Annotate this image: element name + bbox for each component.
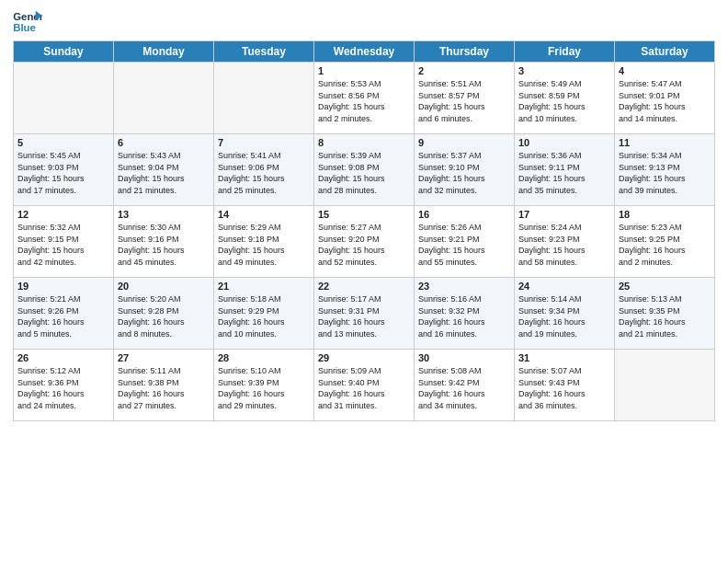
day-number: 24 [518, 281, 610, 292]
day-info: Sunrise: 5:36 AM Sunset: 9:11 PM Dayligh… [518, 150, 610, 196]
day-info: Sunrise: 5:39 AM Sunset: 9:08 PM Dayligh… [318, 150, 410, 196]
weekday-header-saturday: Saturday [615, 41, 715, 63]
day-info: Sunrise: 5:17 AM Sunset: 9:31 PM Dayligh… [318, 293, 410, 339]
day-info: Sunrise: 5:34 AM Sunset: 9:13 PM Dayligh… [619, 150, 711, 196]
day-info: Sunrise: 5:18 AM Sunset: 9:29 PM Dayligh… [218, 293, 310, 339]
calendar-cell: 22Sunrise: 5:17 AM Sunset: 9:31 PM Dayli… [314, 278, 415, 350]
day-info: Sunrise: 5:53 AM Sunset: 8:56 PM Dayligh… [318, 78, 410, 124]
week-row-1: 1Sunrise: 5:53 AM Sunset: 8:56 PM Daylig… [14, 63, 715, 134]
calendar-cell: 28Sunrise: 5:10 AM Sunset: 9:39 PM Dayli… [214, 350, 314, 421]
day-number: 30 [418, 352, 510, 363]
calendar-cell: 10Sunrise: 5:36 AM Sunset: 9:11 PM Dayli… [515, 134, 615, 206]
day-info: Sunrise: 5:51 AM Sunset: 8:57 PM Dayligh… [418, 78, 510, 124]
day-number: 15 [318, 209, 410, 220]
day-info: Sunrise: 5:16 AM Sunset: 9:32 PM Dayligh… [418, 293, 510, 339]
day-number: 31 [518, 352, 610, 363]
day-number: 25 [619, 281, 711, 292]
day-info: Sunrise: 5:10 AM Sunset: 9:39 PM Dayligh… [218, 365, 310, 411]
day-info: Sunrise: 5:26 AM Sunset: 9:21 PM Dayligh… [418, 222, 510, 268]
day-number: 20 [118, 281, 210, 292]
day-info: Sunrise: 5:14 AM Sunset: 9:34 PM Dayligh… [518, 293, 610, 339]
week-row-5: 26Sunrise: 5:12 AM Sunset: 9:36 PM Dayli… [14, 350, 715, 421]
calendar-cell: 9Sunrise: 5:37 AM Sunset: 9:10 PM Daylig… [415, 134, 515, 206]
day-number: 26 [17, 352, 109, 363]
day-info: Sunrise: 5:07 AM Sunset: 9:43 PM Dayligh… [518, 365, 610, 411]
calendar-cell: 15Sunrise: 5:27 AM Sunset: 9:20 PM Dayli… [314, 206, 415, 278]
day-info: Sunrise: 5:08 AM Sunset: 9:42 PM Dayligh… [418, 365, 510, 411]
day-info: Sunrise: 5:47 AM Sunset: 9:01 PM Dayligh… [619, 78, 711, 124]
day-number: 7 [218, 137, 310, 148]
calendar-cell: 26Sunrise: 5:12 AM Sunset: 9:36 PM Dayli… [14, 350, 114, 421]
calendar-cell: 16Sunrise: 5:26 AM Sunset: 9:21 PM Dayli… [415, 206, 515, 278]
day-number: 13 [118, 209, 210, 220]
day-number: 18 [619, 209, 711, 220]
calendar-cell: 31Sunrise: 5:07 AM Sunset: 9:43 PM Dayli… [515, 350, 615, 421]
svg-text:Blue: Blue [13, 22, 36, 33]
day-number: 11 [619, 137, 711, 148]
week-row-2: 5Sunrise: 5:45 AM Sunset: 9:03 PM Daylig… [14, 134, 715, 206]
calendar-cell [214, 63, 314, 134]
calendar-cell: 30Sunrise: 5:08 AM Sunset: 9:42 PM Dayli… [415, 350, 515, 421]
logo: General Blue [13, 9, 42, 35]
day-info: Sunrise: 5:13 AM Sunset: 9:35 PM Dayligh… [619, 293, 711, 339]
calendar-table: SundayMondayTuesdayWednesdayThursdayFrid… [13, 40, 715, 421]
calendar-cell: 3Sunrise: 5:49 AM Sunset: 8:59 PM Daylig… [515, 63, 615, 134]
day-number: 4 [619, 65, 711, 76]
day-info: Sunrise: 5:24 AM Sunset: 9:23 PM Dayligh… [518, 222, 610, 268]
calendar-cell: 5Sunrise: 5:45 AM Sunset: 9:03 PM Daylig… [14, 134, 114, 206]
calendar-cell: 27Sunrise: 5:11 AM Sunset: 9:38 PM Dayli… [114, 350, 214, 421]
calendar-cell: 12Sunrise: 5:32 AM Sunset: 9:15 PM Dayli… [14, 206, 114, 278]
calendar-cell: 7Sunrise: 5:41 AM Sunset: 9:06 PM Daylig… [214, 134, 314, 206]
day-number: 22 [318, 281, 410, 292]
day-number: 2 [418, 65, 510, 76]
calendar-cell: 21Sunrise: 5:18 AM Sunset: 9:29 PM Dayli… [214, 278, 314, 350]
calendar-cell: 1Sunrise: 5:53 AM Sunset: 8:56 PM Daylig… [314, 63, 415, 134]
day-number: 3 [518, 65, 610, 76]
day-info: Sunrise: 5:23 AM Sunset: 9:25 PM Dayligh… [619, 222, 711, 268]
day-info: Sunrise: 5:21 AM Sunset: 9:26 PM Dayligh… [17, 293, 109, 339]
day-info: Sunrise: 5:30 AM Sunset: 9:16 PM Dayligh… [118, 222, 210, 268]
logo-icon: General Blue [13, 9, 42, 35]
main-container: General Blue SundayMondayTuesdayWednesda… [0, 0, 728, 431]
weekday-header-thursday: Thursday [415, 41, 515, 63]
week-row-4: 19Sunrise: 5:21 AM Sunset: 9:26 PM Dayli… [14, 278, 715, 350]
day-info: Sunrise: 5:11 AM Sunset: 9:38 PM Dayligh… [118, 365, 210, 411]
day-info: Sunrise: 5:29 AM Sunset: 9:18 PM Dayligh… [218, 222, 310, 268]
header: General Blue [13, 9, 715, 35]
day-number: 17 [518, 209, 610, 220]
day-info: Sunrise: 5:09 AM Sunset: 9:40 PM Dayligh… [318, 365, 410, 411]
calendar-cell: 8Sunrise: 5:39 AM Sunset: 9:08 PM Daylig… [314, 134, 415, 206]
calendar-cell [14, 63, 114, 134]
calendar-cell: 29Sunrise: 5:09 AM Sunset: 9:40 PM Dayli… [314, 350, 415, 421]
calendar-cell [114, 63, 214, 134]
weekday-header-friday: Friday [515, 41, 615, 63]
calendar-cell: 18Sunrise: 5:23 AM Sunset: 9:25 PM Dayli… [615, 206, 715, 278]
calendar-cell: 24Sunrise: 5:14 AM Sunset: 9:34 PM Dayli… [515, 278, 615, 350]
calendar-cell: 4Sunrise: 5:47 AM Sunset: 9:01 PM Daylig… [615, 63, 715, 134]
day-number: 1 [318, 65, 410, 76]
day-info: Sunrise: 5:32 AM Sunset: 9:15 PM Dayligh… [17, 222, 109, 268]
calendar-cell: 19Sunrise: 5:21 AM Sunset: 9:26 PM Dayli… [14, 278, 114, 350]
calendar-cell: 20Sunrise: 5:20 AM Sunset: 9:28 PM Dayli… [114, 278, 214, 350]
day-info: Sunrise: 5:49 AM Sunset: 8:59 PM Dayligh… [518, 78, 610, 124]
day-number: 29 [318, 352, 410, 363]
day-info: Sunrise: 5:43 AM Sunset: 9:04 PM Dayligh… [118, 150, 210, 196]
day-info: Sunrise: 5:41 AM Sunset: 9:06 PM Dayligh… [218, 150, 310, 196]
week-row-3: 12Sunrise: 5:32 AM Sunset: 9:15 PM Dayli… [14, 206, 715, 278]
day-number: 19 [17, 281, 109, 292]
day-number: 12 [17, 209, 109, 220]
day-info: Sunrise: 5:27 AM Sunset: 9:20 PM Dayligh… [318, 222, 410, 268]
day-info: Sunrise: 5:37 AM Sunset: 9:10 PM Dayligh… [418, 150, 510, 196]
day-number: 23 [418, 281, 510, 292]
calendar-cell: 17Sunrise: 5:24 AM Sunset: 9:23 PM Dayli… [515, 206, 615, 278]
calendar-cell: 14Sunrise: 5:29 AM Sunset: 9:18 PM Dayli… [214, 206, 314, 278]
day-info: Sunrise: 5:12 AM Sunset: 9:36 PM Dayligh… [17, 365, 109, 411]
day-info: Sunrise: 5:45 AM Sunset: 9:03 PM Dayligh… [17, 150, 109, 196]
day-info: Sunrise: 5:20 AM Sunset: 9:28 PM Dayligh… [118, 293, 210, 339]
calendar-cell: 11Sunrise: 5:34 AM Sunset: 9:13 PM Dayli… [615, 134, 715, 206]
day-number: 8 [318, 137, 410, 148]
calendar-cell: 25Sunrise: 5:13 AM Sunset: 9:35 PM Dayli… [615, 278, 715, 350]
day-number: 5 [17, 137, 109, 148]
day-number: 6 [118, 137, 210, 148]
weekday-header-wednesday: Wednesday [314, 41, 415, 63]
